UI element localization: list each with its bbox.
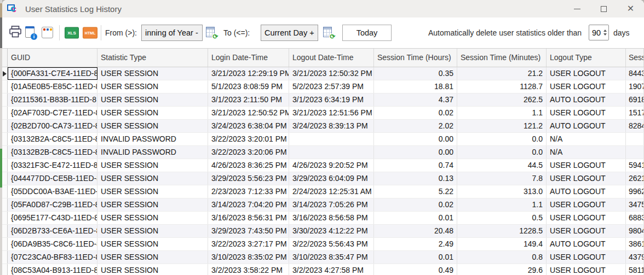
cell-hours[interactable]: 18.81 bbox=[374, 80, 457, 93]
cell-logout[interactable]: 2/24/2023 12:25:31 AM bbox=[289, 185, 374, 198]
cell-logout_type[interactable]: USER LOGOUT bbox=[547, 67, 626, 80]
cell-hours[interactable]: 2.49 bbox=[374, 238, 457, 250]
cell-hours[interactable]: 2.02 bbox=[374, 120, 457, 132]
cell-login[interactable]: 3/14/2023 7:04:20 PM bbox=[208, 198, 289, 211]
table-row[interactable]: {02115361-B83B-11ED-8USER SESSION3/1/202… bbox=[2, 93, 644, 107]
cell-minutes[interactable]: 1128.7 bbox=[457, 80, 547, 93]
cell-statistic_type[interactable]: USER SESSION bbox=[97, 107, 208, 119]
row-indicator[interactable] bbox=[2, 93, 8, 106]
row-indicator[interactable] bbox=[2, 264, 8, 275]
cell-statistic_type[interactable]: USER SESSION bbox=[97, 120, 208, 132]
row-indicator[interactable] bbox=[2, 80, 8, 93]
cell-login[interactable]: 3/21/2023 12:29:19 PM bbox=[208, 67, 289, 80]
row-indicator[interactable] bbox=[2, 67, 8, 80]
cell-hours[interactable]: 5.22 bbox=[374, 185, 457, 198]
cell-logout[interactable]: 4/26/2023 9:20:52 PM bbox=[289, 159, 374, 172]
cell-login[interactable]: 4/26/2023 8:36:25 PM bbox=[208, 159, 289, 172]
export-html-button[interactable]: HTML bbox=[83, 27, 97, 39]
column-header-logout_type[interactable]: Logout Type bbox=[547, 49, 626, 67]
cell-statistic_type[interactable]: USER SESSION bbox=[97, 225, 208, 237]
cell-guid[interactable]: {02AF703D-C7E7-11ED-8 bbox=[8, 107, 97, 119]
cell-minutes[interactable]: 0.5 bbox=[457, 212, 547, 224]
row-indicator[interactable] bbox=[2, 225, 8, 237]
cell-login[interactable]: 2/23/2023 7:12:33 PM bbox=[208, 185, 289, 198]
cell-minutes[interactable]: 1.1 bbox=[457, 107, 547, 119]
cell-login[interactable]: 3/29/2023 5:56:23 PM bbox=[208, 172, 289, 185]
row-indicator[interactable] bbox=[2, 238, 8, 250]
cell-login[interactable]: 3/22/2023 3:20:06 PM bbox=[208, 146, 289, 159]
table-row[interactable]: {044477DD-CE5B-11ED-8USER SESSION3/29/20… bbox=[2, 172, 644, 185]
cell-guid[interactable]: {0695E177-C43D-11ED-8 bbox=[8, 212, 97, 224]
cell-guid[interactable]: {000FA331-C7E4-11ED-8 bbox=[8, 67, 97, 80]
spinner-down-icon[interactable] bbox=[603, 33, 607, 36]
export-xls-button[interactable]: XLS bbox=[65, 27, 79, 39]
cell-minutes[interactable]: 313.0 bbox=[457, 185, 547, 198]
column-header-logout[interactable]: Logout Date-Time bbox=[289, 49, 374, 67]
cell-logout[interactable]: 3/21/2023 12:50:32 PM bbox=[289, 67, 374, 80]
cell-statistic_type[interactable]: USER SESSION bbox=[97, 172, 208, 185]
cell-sess[interactable]: 5941 bbox=[626, 159, 644, 172]
table-row[interactable]: {000FA331-C7E4-11ED-8USER SESSION3/21/20… bbox=[2, 67, 644, 80]
maximize-button[interactable] bbox=[590, 0, 617, 17]
cell-guid[interactable]: {02115361-B83B-11ED-8 bbox=[8, 93, 97, 106]
row-indicator[interactable] bbox=[2, 212, 8, 224]
cell-minutes[interactable]: 29.6 bbox=[457, 264, 547, 275]
cell-sess[interactable]: 2621 bbox=[626, 172, 644, 185]
cell-logout_type[interactable]: USER LOGOUT bbox=[547, 159, 626, 172]
cell-minutes[interactable]: 0.0 bbox=[457, 133, 547, 145]
table-row[interactable]: {03132B2A-C8C5-11ED-8INVALID PASSWORD3/2… bbox=[2, 133, 644, 146]
autodelete-days-spinner[interactable]: 90 bbox=[589, 25, 609, 40]
cell-hours[interactable]: 20.48 bbox=[374, 225, 457, 237]
cell-sess[interactable]: 9804 bbox=[626, 225, 644, 237]
cell-logout_type[interactable]: AUTO LOGOUT bbox=[547, 93, 626, 106]
print-button[interactable] bbox=[9, 26, 22, 40]
table-row[interactable]: {02B2D700-CA73-11ED-8USER SESSION3/24/20… bbox=[2, 120, 644, 133]
cell-login[interactable]: 3/16/2023 8:56:31 PM bbox=[208, 212, 289, 224]
row-indicator[interactable] bbox=[2, 185, 8, 198]
cell-logout_type[interactable]: USER LOGOUT bbox=[547, 107, 626, 119]
table-row[interactable]: {03321F3C-E472-11ED-8USER SESSION4/26/20… bbox=[2, 159, 644, 172]
cell-guid[interactable]: {03321F3C-E472-11ED-8 bbox=[8, 159, 97, 172]
cell-logout_type[interactable]: USER LOGOUT bbox=[547, 225, 626, 237]
cell-statistic_type[interactable]: USER SESSION bbox=[97, 212, 208, 224]
cell-statistic_type[interactable]: USER SESSION bbox=[97, 159, 208, 172]
cell-logout[interactable]: 3/14/2023 7:05:26 PM bbox=[289, 198, 374, 211]
cell-logout[interactable]: 3/22/2023 5:56:43 PM bbox=[289, 238, 374, 250]
cell-hours[interactable]: 0.00 bbox=[374, 146, 457, 159]
cell-logout[interactable]: 3/10/2023 8:35:47 PM bbox=[289, 251, 374, 264]
cell-sess[interactable] bbox=[626, 133, 644, 145]
cell-statistic_type[interactable]: USER SESSION bbox=[97, 93, 208, 106]
cell-hours[interactable]: 0.49 bbox=[374, 264, 457, 275]
cell-minutes[interactable]: 121.2 bbox=[457, 120, 547, 132]
cell-logout_type[interactable]: AUTO LOGOUT bbox=[547, 185, 626, 198]
cell-sess[interactable]: 6918 bbox=[626, 93, 644, 106]
cell-minutes[interactable]: 1228.5 bbox=[457, 225, 547, 237]
table-row[interactable]: {0695E177-C43D-11ED-8USER SESSION3/16/20… bbox=[2, 212, 644, 225]
cell-hours[interactable]: 0.01 bbox=[374, 212, 457, 224]
cell-guid[interactable]: {044477DD-CE5B-11ED-8 bbox=[8, 172, 97, 185]
cell-login[interactable]: 3/10/2023 8:35:02 PM bbox=[208, 251, 289, 264]
today-button[interactable]: Today bbox=[342, 25, 392, 41]
row-indicator[interactable] bbox=[2, 120, 8, 132]
cell-logout_type[interactable]: AUTO LOGOUT bbox=[547, 120, 626, 132]
cell-hours[interactable]: 0.13 bbox=[374, 172, 457, 185]
cell-sess[interactable]: 8284 bbox=[626, 120, 644, 132]
table-row[interactable]: {08C53A04-B913-11ED-8USER SESSION3/2/202… bbox=[2, 264, 644, 275]
table-row[interactable]: {06D2B733-CE6A-11ED-8USER SESSION3/29/20… bbox=[2, 225, 644, 238]
cell-login[interactable]: 3/1/2023 2:11:50 PM bbox=[208, 93, 289, 106]
cell-sess[interactable] bbox=[626, 146, 644, 159]
cell-sess[interactable]: 1907 bbox=[626, 80, 644, 93]
cell-statistic_type[interactable]: USER SESSION bbox=[97, 264, 208, 275]
cell-logout_type[interactable]: USER LOGOUT bbox=[547, 264, 626, 275]
cell-logout_type[interactable]: AUTO LOGOUT bbox=[547, 238, 626, 250]
cell-hours[interactable]: 0.01 bbox=[374, 251, 457, 264]
cell-minutes[interactable]: 21.2 bbox=[457, 67, 547, 80]
cell-sess[interactable]: 5811 bbox=[626, 264, 644, 275]
row-indicator[interactable] bbox=[2, 159, 8, 172]
cell-sess[interactable]: 3475 bbox=[626, 198, 644, 211]
cell-statistic_type[interactable]: USER SESSION bbox=[97, 238, 208, 250]
page-setup-button[interactable] bbox=[42, 27, 54, 39]
from-date-input[interactable] bbox=[141, 25, 203, 41]
cell-minutes[interactable]: 7.8 bbox=[457, 172, 547, 185]
cell-hours[interactable]: 0.02 bbox=[374, 107, 457, 119]
